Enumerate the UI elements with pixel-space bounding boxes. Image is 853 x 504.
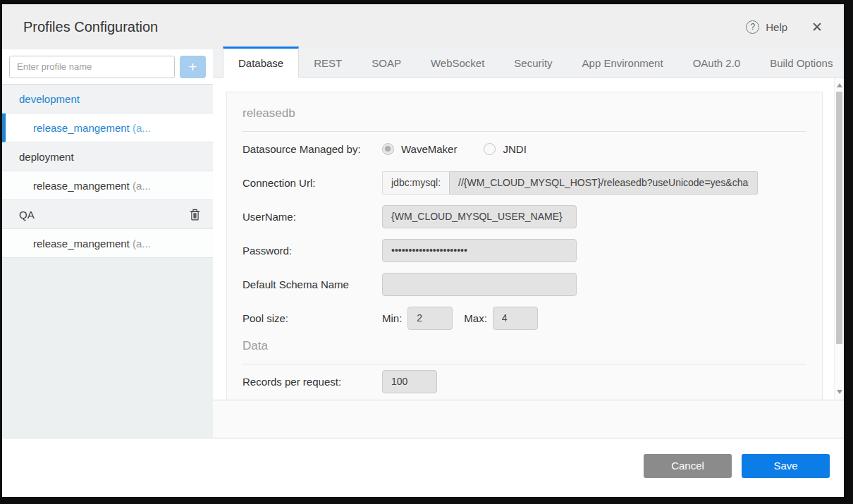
dialog-footer: Cancel Save xyxy=(2,438,844,497)
profile-name-input[interactable] xyxy=(9,56,175,78)
database-config-card: releasedb Datasource Managed by: WaveMak… xyxy=(226,92,823,400)
radio-jndi[interactable] xyxy=(484,143,496,155)
profile-search-row: + xyxy=(2,49,213,85)
profile-group-development[interactable]: development xyxy=(2,85,213,113)
username-input[interactable] xyxy=(382,205,577,228)
profiles-sidebar: + development release_mangement (a... de… xyxy=(2,49,213,438)
profile-item-release-mangement-deployment[interactable]: release_mangement (a... xyxy=(2,171,213,200)
radio-wavemaker[interactable] xyxy=(382,143,394,155)
tab-security[interactable]: Security xyxy=(499,49,567,77)
records-per-request-label: Records per request: xyxy=(243,376,382,388)
profile-item-release-mangement-qa[interactable]: release_mangement (a... xyxy=(2,229,213,258)
help-label: Help xyxy=(766,21,787,33)
radio-wavemaker-label: WaveMaker xyxy=(401,143,457,155)
scroll-down-icon[interactable] xyxy=(837,390,842,394)
plus-icon: + xyxy=(188,59,197,74)
help-icon: ? xyxy=(746,20,759,34)
profile-label: release_mangement xyxy=(33,122,130,134)
delete-profile-button[interactable] xyxy=(189,207,202,221)
profile-settings-main: Database REST SOAP WebSocket Security Ap… xyxy=(213,49,844,438)
records-per-request-row: Records per request: xyxy=(243,364,806,398)
database-tab-panel: releasedb Datasource Managed by: WaveMak… xyxy=(213,78,844,400)
tab-soap[interactable]: SOAP xyxy=(357,49,416,77)
scroll-up-icon[interactable] xyxy=(837,83,842,87)
profiles-configuration-dialog: Profiles Configuration ? Help ✕ + develo… xyxy=(2,4,844,497)
help-button[interactable]: ? Help xyxy=(746,20,787,34)
password-label: Password: xyxy=(243,245,382,257)
profile-label-suffix: (a... xyxy=(130,180,151,192)
save-button[interactable]: Save xyxy=(742,454,830,478)
profile-item-release-mangement-development[interactable]: release_mangement (a... xyxy=(2,113,213,142)
tab-build-options[interactable]: Build Options xyxy=(755,49,847,77)
profile-group-deployment[interactable]: deployment xyxy=(2,142,213,171)
radio-jndi-label: JNDI xyxy=(503,143,526,155)
username-row: UserName: xyxy=(243,199,806,233)
username-label: UserName: xyxy=(243,211,382,223)
schema-label: Default Schema Name xyxy=(243,278,382,290)
tab-websocket[interactable]: WebSocket xyxy=(416,49,499,77)
page-title: Profiles Configuration xyxy=(23,19,158,35)
connection-url-label: Connection Url: xyxy=(243,177,382,189)
pool-min-input[interactable] xyxy=(407,307,453,330)
pool-size-label: Pool size: xyxy=(243,312,382,324)
profile-label: development xyxy=(19,93,80,105)
dialog-header: Profiles Configuration ? Help ✕ xyxy=(2,4,844,49)
tab-database[interactable]: Database xyxy=(223,47,299,78)
password-input[interactable] xyxy=(382,239,577,262)
close-icon[interactable]: ✕ xyxy=(811,20,823,34)
schema-input[interactable] xyxy=(382,273,577,296)
pool-max-input[interactable] xyxy=(493,307,538,330)
pool-max-label: Max: xyxy=(464,312,487,324)
password-row: Password: xyxy=(243,233,806,267)
datasource-radio-group: WaveMaker JNDI xyxy=(382,143,527,155)
connection-url-prefix: jdbc:mysql: xyxy=(382,171,449,195)
vertical-scrollbar[interactable] xyxy=(834,78,844,400)
settings-tabs: Database REST SOAP WebSocket Security Ap… xyxy=(213,49,844,78)
connection-url-input[interactable] xyxy=(449,171,758,195)
tab-rest[interactable]: REST xyxy=(299,49,357,77)
datasource-label: Datasource Managed by: xyxy=(243,143,382,155)
connection-url-row: Connection Url: jdbc:mysql: xyxy=(243,166,806,199)
data-section-title: Data xyxy=(243,335,806,364)
profile-label: QA xyxy=(19,209,35,221)
profile-list: development release_mangement (a... depl… xyxy=(2,85,213,438)
records-per-request-input[interactable] xyxy=(382,370,437,393)
datasource-row: Datasource Managed by: WaveMaker JNDI xyxy=(243,132,806,166)
tab-app-environment[interactable]: App Environment xyxy=(567,49,678,77)
scrollbar-thumb[interactable] xyxy=(836,92,842,344)
profile-label-suffix: (a... xyxy=(130,122,151,134)
trash-icon xyxy=(189,208,201,221)
tab-oauth[interactable]: OAuth 2.0 xyxy=(678,49,756,77)
pool-min-label: Min: xyxy=(382,312,402,324)
dialog-body: + development release_mangement (a... de… xyxy=(2,49,844,438)
schema-row: Default Schema Name xyxy=(243,267,806,301)
add-profile-button[interactable]: + xyxy=(180,56,206,78)
panel-bottom-strip xyxy=(213,400,844,438)
profile-label-suffix: (a... xyxy=(130,238,151,250)
pool-size-row: Pool size: Min: Max: xyxy=(243,301,806,335)
database-section-title: releasedb xyxy=(243,102,806,132)
profile-label: release_mangement xyxy=(33,238,130,250)
cancel-button[interactable]: Cancel xyxy=(644,454,732,478)
profile-label: release_mangement xyxy=(33,180,130,192)
profile-label: deployment xyxy=(19,151,74,163)
profile-group-qa[interactable]: QA xyxy=(2,200,213,229)
